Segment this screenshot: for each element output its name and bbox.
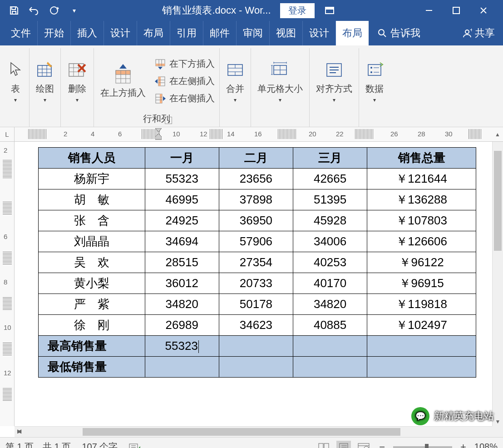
- tab-mailings[interactable]: 邮件: [203, 21, 237, 45]
- menu-bar: 文件 开始 插入 设计 布局 引用 邮件 审阅 视图 设计 布局 告诉我 + 共…: [0, 21, 503, 45]
- status-bar: 第 1 页，共 1 页 107 个字 − + 108%: [0, 437, 503, 448]
- ribbon-group-rows-cols: 在上方插入 在下方插入 在左侧插入 在右侧插入 行和列↘: [94, 48, 220, 127]
- insert-left-label: 在左侧插入: [169, 75, 215, 87]
- tab-selector-icon[interactable]: L: [0, 127, 15, 141]
- tab-layout[interactable]: 布局: [137, 21, 170, 45]
- scrollbar-h-thumb[interactable]: [83, 428, 400, 436]
- view-read-icon[interactable]: [316, 441, 331, 448]
- scrollbar-thumb[interactable]: [494, 151, 502, 251]
- word-count[interactable]: 107 个字: [82, 441, 118, 448]
- view-print-icon[interactable]: [336, 441, 351, 448]
- cell-size-button[interactable]: 单元格大小▾: [256, 57, 305, 105]
- header-salesperson[interactable]: 销售人员: [39, 148, 145, 169]
- delete-label: 删除: [68, 83, 86, 95]
- spellcheck-icon[interactable]: [128, 442, 140, 448]
- ruler-vertical[interactable]: 2 6 8 10 12: [0, 142, 15, 426]
- delete-table-icon: [67, 59, 87, 81]
- insert-left-button[interactable]: 在左侧插入: [154, 74, 215, 89]
- dialog-launcher-icon[interactable]: ↘: [165, 117, 172, 124]
- hanging-indent-icon[interactable]: [155, 134, 162, 140]
- min-label[interactable]: 最低销售量: [39, 357, 145, 378]
- minimize-icon[interactable]: [422, 4, 436, 17]
- select-table-button[interactable]: 表▾: [6, 57, 25, 105]
- draw-table-button[interactable]: 绘图▾: [34, 57, 56, 105]
- scroll-down-arrow-icon[interactable]: ▼: [493, 417, 503, 426]
- table-row[interactable]: 徐 刚269893462340885￥102497: [39, 315, 476, 336]
- document-title: 销售业绩表.docx - Wor...: [162, 4, 271, 17]
- header-mar[interactable]: 三月: [293, 148, 367, 169]
- svg-rect-4: [453, 7, 459, 14]
- first-line-indent-icon[interactable]: [155, 128, 162, 133]
- undo-icon[interactable]: [28, 5, 40, 16]
- svg-point-7: [465, 30, 469, 34]
- tab-review[interactable]: 审阅: [237, 21, 270, 45]
- scrollbar-vertical[interactable]: ▼: [492, 142, 503, 426]
- header-jan[interactable]: 一月: [145, 148, 219, 169]
- zoom-out-button[interactable]: −: [376, 441, 388, 448]
- table-header-row[interactable]: 销售人员 一月 二月 三月 销售总量: [39, 148, 476, 169]
- svg-text:+: +: [470, 28, 472, 33]
- insert-above-icon: [113, 63, 133, 85]
- login-button[interactable]: 登录: [280, 3, 315, 18]
- ruler-h-marks: 2 4 6 10 12 14 16 20 22 26 28 30: [15, 127, 492, 141]
- svg-rect-29: [158, 77, 161, 86]
- tab-table-design[interactable]: 设计: [303, 21, 336, 45]
- zoom-slider-knob[interactable]: [425, 444, 429, 448]
- tab-design[interactable]: 设计: [104, 21, 137, 45]
- view-web-icon[interactable]: [356, 441, 371, 448]
- table-row[interactable]: 吴 欢285152735440253￥96122: [39, 252, 476, 273]
- table-row-max[interactable]: 最高销售量55323: [39, 336, 476, 357]
- table-row[interactable]: 张 含249253695045928￥107803: [39, 210, 476, 231]
- save-icon[interactable]: [8, 5, 20, 16]
- insert-below-icon: [154, 58, 167, 70]
- close-icon[interactable]: [477, 4, 490, 17]
- delete-button[interactable]: 删除▾: [65, 57, 89, 105]
- svg-point-0: [50, 7, 58, 14]
- tab-references[interactable]: 引用: [170, 21, 203, 45]
- customize-qat-icon[interactable]: ▾: [68, 5, 80, 16]
- svg-rect-48: [368, 65, 381, 75]
- tab-file[interactable]: 文件: [5, 21, 38, 45]
- table-row[interactable]: 杨新宇553232365642665￥121644: [39, 169, 476, 189]
- ribbon-options-icon[interactable]: [324, 5, 335, 16]
- scrollbar-horizontal[interactable]: ◀ ▶: [15, 426, 492, 437]
- document-area[interactable]: 销售人员 一月 二月 三月 销售总量 杨新宇553232365642665￥12…: [15, 142, 492, 426]
- status-left: 第 1 页，共 1 页 107 个字: [5, 441, 140, 448]
- merge-button[interactable]: 合并▾: [224, 57, 246, 105]
- alignment-button[interactable]: 对齐方式▾: [314, 57, 354, 105]
- page-indicator[interactable]: 第 1 页，共 1 页: [5, 441, 71, 448]
- table-row[interactable]: 黄小梨360122073340170￥96915: [39, 273, 476, 294]
- tab-home[interactable]: 开始: [38, 21, 71, 45]
- zoom-in-button[interactable]: +: [458, 441, 469, 448]
- svg-rect-54: [319, 443, 323, 448]
- data-button[interactable]: 数据▾: [364, 57, 385, 105]
- table-row-min[interactable]: 最低销售量: [39, 357, 476, 378]
- scroll-up-arrow-icon[interactable]: ▲: [492, 131, 503, 138]
- header-feb[interactable]: 二月: [219, 148, 293, 169]
- table-row[interactable]: 严 紫348205017834820￥119818: [39, 294, 476, 315]
- max-label[interactable]: 最高销售量: [39, 336, 145, 357]
- tab-insert[interactable]: 插入: [71, 21, 104, 45]
- table-row[interactable]: 刘晶晶346945790634006￥126606: [39, 231, 476, 252]
- tab-table-layout[interactable]: 布局: [336, 21, 369, 45]
- zoom-slider[interactable]: [393, 446, 452, 448]
- draw-table-icon: [36, 59, 54, 81]
- insert-above-button[interactable]: 在上方插入: [99, 61, 148, 101]
- table-row[interactable]: 胡 敏469953789851395￥136288: [39, 189, 476, 210]
- share-button[interactable]: + 共享: [459, 21, 498, 45]
- watermark: 💬 新精英充电站: [411, 407, 494, 425]
- zoom-level[interactable]: 108%: [474, 442, 498, 448]
- scroll-right-arrow-icon[interactable]: ▶: [15, 427, 24, 436]
- sales-table[interactable]: 销售人员 一月 二月 三月 销售总量 杨新宇553232365642665￥12…: [38, 147, 476, 378]
- tab-view[interactable]: 视图: [270, 21, 303, 45]
- ruler-horizontal[interactable]: L 2 4 6 10 12 14 16 20 22 26 28 30 ▲: [0, 127, 503, 142]
- header-total[interactable]: 销售总量: [367, 148, 476, 169]
- search-icon: [378, 29, 387, 38]
- insert-right-button[interactable]: 在右侧插入: [154, 91, 215, 106]
- max-value-cell[interactable]: 55323: [145, 336, 219, 357]
- insert-above-label: 在上方插入: [100, 87, 146, 99]
- redo-icon[interactable]: [48, 5, 60, 16]
- tell-me-search[interactable]: 告诉我: [374, 21, 424, 45]
- insert-below-button[interactable]: 在下方插入: [154, 57, 215, 71]
- maximize-icon[interactable]: [449, 4, 463, 17]
